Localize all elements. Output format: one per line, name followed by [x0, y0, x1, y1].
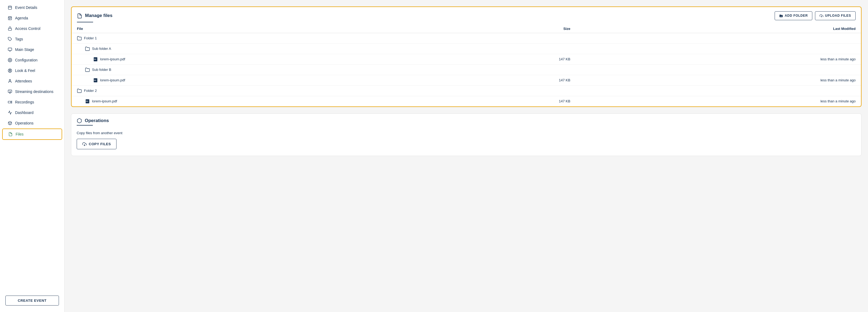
svg-rect-24 — [8, 101, 11, 103]
svg-text:PDF: PDF — [94, 80, 96, 81]
svg-text:PDF: PDF — [94, 58, 96, 60]
file-row: Sub folder A — [85, 46, 432, 51]
table-row: PDF lorem-ipsum.pdf 147 KB less than a m… — [71, 54, 861, 64]
sidebar-label-tags: Tags — [15, 37, 23, 41]
table-row: Folder 1 — [71, 33, 861, 44]
file-name: Folder 2 — [84, 89, 97, 93]
manage-files-header: Manage files ADD FOLDER — [71, 7, 861, 20]
file-row: PDF lorem-ipsum.pdf — [93, 78, 432, 83]
sidebar-item-operations[interactable]: Operations — [2, 118, 62, 128]
lock-icon — [7, 26, 12, 31]
sidebar-label-dashboard: Dashboard — [15, 111, 34, 115]
folder-icon — [85, 67, 90, 72]
col-size: Size — [438, 25, 576, 33]
file-name: Sub folder A — [92, 47, 111, 51]
svg-marker-25 — [11, 101, 11, 103]
file-row: Folder 2 — [77, 88, 432, 93]
cube-icon — [7, 121, 12, 125]
svg-text:PDF: PDF — [86, 101, 88, 102]
operations-body: Copy files from another event COPY FILES — [71, 129, 861, 156]
manage-files-underline — [77, 22, 93, 22]
file-row: Folder 1 — [77, 36, 432, 41]
svg-rect-0 — [8, 6, 11, 9]
sidebar-item-main-stage[interactable]: Main Stage — [2, 45, 62, 55]
copy-description: Copy files from another event — [77, 131, 856, 135]
file-modified-cell: less than a minute ago — [576, 54, 861, 64]
sidebar-label-configuration: Configuration — [15, 58, 37, 62]
file-icon-title — [77, 13, 82, 19]
create-event-button[interactable]: CREATE EVENT — [5, 295, 59, 306]
file-name-cell: PDF lorem-ipsum.pdf — [71, 75, 438, 85]
file-name-cell: PDF lorem-ipsum.pdf — [71, 54, 438, 64]
svg-rect-10 — [8, 28, 11, 30]
file-size-cell — [438, 64, 576, 75]
table-row: PDF lorem-ipsum.pdf 147 KB less than a m… — [71, 96, 861, 107]
file-name: lorem-ipsum.pdf — [100, 78, 125, 82]
gear-icon — [7, 58, 12, 62]
add-folder-label: ADD FOLDER — [784, 14, 808, 18]
file-name-cell: Sub folder A — [71, 44, 438, 54]
operations-card: Operations Copy files from another event… — [71, 113, 862, 156]
file-modified-cell: less than a minute ago — [576, 96, 861, 107]
operations-icon — [77, 118, 82, 124]
upload-files-button[interactable]: UPLOAD FILES — [815, 11, 856, 20]
manage-files-title: Manage files — [77, 13, 113, 19]
svg-point-20 — [9, 80, 10, 81]
file-icon — [8, 132, 13, 137]
file-name: Sub folder B — [92, 67, 112, 72]
sidebar-label-look-and-feel: Look & Feel — [15, 68, 35, 73]
folder-icon — [77, 88, 82, 93]
file-size-cell — [438, 33, 576, 44]
svg-point-18 — [10, 69, 10, 70]
monitor-icon — [7, 47, 12, 52]
file-table: File Size Last Modified Folder 1 Sub fol… — [71, 25, 861, 107]
sidebar-item-dashboard[interactable]: Dashboard — [2, 108, 62, 118]
pdf-icon: PDF — [93, 57, 98, 62]
pdf-icon: PDF — [93, 78, 98, 83]
operations-header: Operations — [71, 114, 861, 124]
file-row: Sub folder B — [85, 67, 432, 72]
sidebar-item-look-and-feel[interactable]: Look & Feel — [2, 65, 62, 76]
col-file: File — [71, 25, 438, 33]
sidebar-label-main-stage: Main Stage — [15, 48, 34, 52]
sidebar-item-access-control[interactable]: Access Control — [2, 23, 62, 34]
chart-icon — [7, 110, 12, 115]
svg-rect-12 — [8, 48, 11, 50]
file-name: lorem-ipsum.pdf — [92, 99, 117, 103]
palette-icon — [7, 68, 12, 73]
svg-point-19 — [10, 70, 11, 70]
upload-icon — [819, 14, 823, 18]
file-size-cell — [438, 44, 576, 54]
file-row: PDF lorem-ipsum.pdf — [85, 99, 432, 104]
file-name-cell: Folder 1 — [71, 33, 438, 44]
calendar-icon — [7, 5, 12, 10]
sidebar-item-attendees[interactable]: Attendees — [2, 76, 62, 86]
table-row: Folder 2 — [71, 85, 861, 96]
file-name-cell: Folder 2 — [71, 85, 438, 96]
stream-icon — [7, 89, 12, 94]
file-row: PDF lorem-ipsum.pdf — [93, 57, 432, 62]
add-folder-button[interactable]: ADD FOLDER — [775, 11, 812, 20]
sidebar-item-tags[interactable]: Tags — [2, 34, 62, 44]
add-folder-icon — [779, 14, 783, 18]
sidebar-item-files[interactable]: Files — [2, 129, 62, 140]
sidebar-label-streaming-destinations: Streaming destinations — [15, 89, 53, 94]
operations-underline — [77, 125, 93, 125]
sidebar-item-agenda[interactable]: Agenda — [2, 13, 62, 23]
copy-icon — [82, 142, 87, 146]
file-size-cell — [438, 85, 576, 96]
file-name: Folder 1 — [84, 36, 97, 40]
tag-icon — [7, 37, 12, 41]
sidebar-item-recordings[interactable]: Recordings — [2, 97, 62, 107]
sidebar-label-operations: Operations — [15, 121, 33, 125]
sidebar-label-access-control: Access Control — [15, 26, 40, 31]
manage-files-label: Manage files — [85, 13, 113, 18]
file-size-cell: 147 KB — [438, 75, 576, 85]
copy-files-button[interactable]: COPY FILES — [77, 139, 117, 149]
sidebar-label-recordings: Recordings — [15, 100, 34, 104]
sidebar-item-event-details[interactable]: Event Details — [2, 2, 62, 13]
sidebar-label-attendees: Attendees — [15, 79, 32, 83]
file-modified-cell — [576, 64, 861, 75]
sidebar-item-streaming-destinations[interactable]: Streaming destinations — [2, 86, 62, 97]
sidebar-item-configuration[interactable]: Configuration — [2, 55, 62, 65]
